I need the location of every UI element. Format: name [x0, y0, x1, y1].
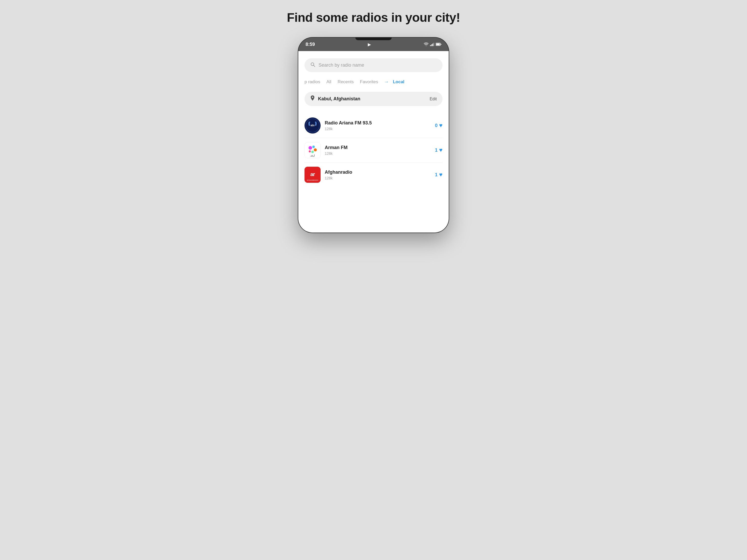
tabs: p radios All Recents Favorites → Local: [305, 78, 442, 86]
svg-rect-3: [433, 43, 434, 46]
status-center: ▶: [368, 42, 371, 47]
svg-text:AFGHANRADIO: AFGHANRADIO: [307, 179, 318, 181]
tab-arrow-icon: →: [384, 79, 389, 84]
battery-icon: [436, 43, 441, 46]
radio-quality: 128k: [325, 176, 431, 180]
status-time: 8:59: [306, 42, 315, 47]
search-bar[interactable]: Search by radio name: [305, 58, 442, 72]
radio-info: Radio Ariana FM 93.5 128k: [325, 120, 431, 131]
likes-count: 1: [435, 172, 438, 178]
heart-icon: ♥: [439, 171, 442, 178]
radio-item[interactable]: ar AFGHANRADIO Afghanradio 128k 1 ♥: [305, 163, 442, 187]
play-icon: ▶: [368, 42, 371, 47]
status-bar: 8:59 ▶: [298, 37, 449, 51]
signal-icon: [430, 43, 434, 46]
radio-logo-atr: atn: [305, 117, 320, 134]
tab-recents[interactable]: Recents: [337, 78, 354, 86]
svg-rect-6: [441, 44, 441, 45]
tab-top-radios[interactable]: p radios: [305, 78, 320, 86]
svg-point-16: [311, 151, 314, 153]
phone-frame: 8:59 ▶: [298, 37, 449, 233]
radio-info: Arman FM 128k: [325, 145, 431, 156]
svg-rect-5: [436, 44, 440, 45]
svg-point-13: [309, 146, 312, 150]
radio-likes[interactable]: 1 ♥: [435, 147, 442, 154]
location-name: Kabul, Afghanistan: [318, 96, 427, 102]
radio-item[interactable]: آرمان Arman FM 128k 1 ♥: [305, 138, 442, 163]
radio-name: Radio Ariana FM 93.5: [325, 120, 431, 126]
location-pin-icon: [310, 96, 315, 102]
radio-name: Afghanradio: [325, 169, 431, 175]
svg-point-14: [312, 146, 315, 148]
tab-local[interactable]: Local: [393, 78, 404, 86]
svg-point-17: [309, 150, 311, 153]
notch: [355, 37, 392, 40]
edit-location-button[interactable]: Edit: [430, 97, 437, 101]
svg-text:ar: ar: [310, 171, 315, 177]
page-title: Find some radios in your city!: [287, 10, 460, 25]
radio-info: Afghanradio 128k: [325, 169, 431, 180]
svg-text:atn: atn: [311, 124, 315, 127]
wifi-icon: [424, 43, 429, 46]
radio-likes[interactable]: 1 ♥: [435, 171, 442, 178]
status-right: [424, 43, 441, 46]
screen: Search by radio name p radios All Recent…: [298, 51, 449, 233]
search-placeholder: Search by radio name: [318, 62, 364, 68]
svg-rect-1: [431, 44, 432, 46]
heart-icon: ♥: [439, 122, 442, 129]
radio-quality: 128k: [325, 127, 431, 131]
svg-point-15: [314, 148, 317, 152]
radio-likes[interactable]: 0 ♥: [435, 122, 442, 129]
tab-all[interactable]: All: [326, 78, 331, 86]
search-icon: [310, 62, 315, 69]
radio-name: Arman FM: [325, 145, 431, 150]
radio-list: atn Radio Ariana FM 93.5 128k 0 ♥: [305, 113, 442, 187]
svg-text:آرمان: آرمان: [310, 154, 315, 157]
radio-item[interactable]: atn Radio Ariana FM 93.5 128k 0 ♥: [305, 113, 442, 138]
svg-rect-2: [432, 44, 433, 46]
svg-line-8: [314, 65, 315, 67]
likes-count: 0: [435, 123, 438, 128]
likes-count: 1: [435, 148, 438, 153]
radio-quality: 128k: [325, 152, 431, 156]
location-bar[interactable]: Kabul, Afghanistan Edit: [305, 92, 442, 106]
heart-icon: ♥: [439, 147, 442, 154]
svg-rect-0: [430, 45, 431, 46]
tab-favorites[interactable]: Favorites: [360, 78, 378, 86]
radio-logo-afghan: ar AFGHANRADIO: [305, 167, 320, 183]
radio-logo-arman: آرمان: [305, 142, 320, 158]
